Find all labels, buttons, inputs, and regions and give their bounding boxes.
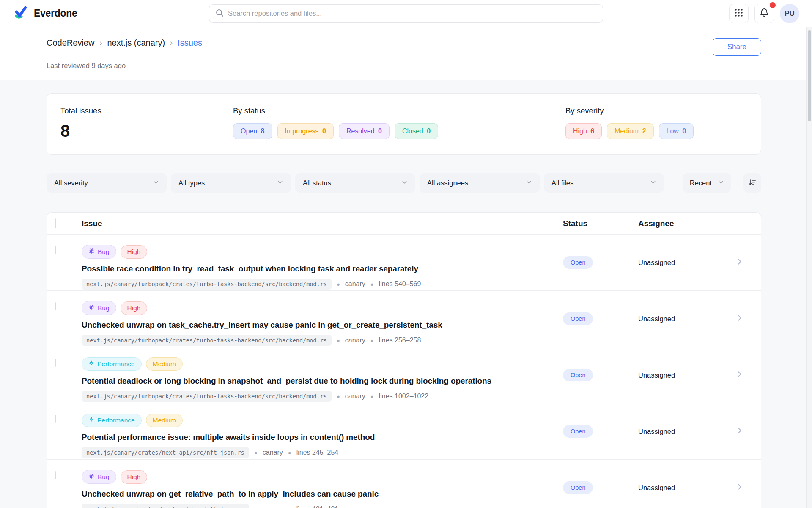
breadcrumb-section: CodeReview › next.js (canary) › Issues S…	[0, 27, 812, 80]
bullet-separator: ●	[370, 393, 374, 400]
chevron-right-icon[interactable]	[736, 370, 743, 380]
bug-icon	[88, 248, 95, 256]
file-path-chip: next.js/canary/turbopack/crates/turbo-ta…	[82, 335, 332, 346]
filter-dropdown-all-assignees[interactable]: All assignees	[420, 173, 540, 193]
issue-title[interactable]: Potential performance issue: multiple aw…	[82, 433, 563, 442]
bug-icon	[88, 304, 95, 312]
grid-icon	[735, 8, 743, 18]
issue-type-badge: Bug	[82, 301, 116, 315]
count-low-badge: Low:0	[659, 123, 694, 139]
issue-severity-badge: Medium	[146, 414, 183, 427]
bolt-icon	[88, 417, 94, 424]
status-badge: Open	[563, 256, 593, 269]
top-header: Everdone	[0, 0, 812, 27]
bullet-separator: ●	[254, 450, 258, 456]
filter-label: All files	[551, 179, 573, 187]
by-status-label: By status	[233, 106, 565, 116]
file-path-chip: next.js/canary/crates/next-api/src/nft_j…	[82, 447, 249, 458]
assignee-text: Unassigned	[638, 371, 675, 379]
filter-dropdown-all-types[interactable]: All types	[171, 173, 291, 193]
branch-name: canary	[345, 337, 365, 344]
issue-type-badge: Bug	[82, 470, 116, 484]
chevron-right-icon[interactable]	[736, 314, 743, 323]
issue-row[interactable]: Performance Medium Potential performance…	[47, 403, 761, 460]
issue-type-label: Bug	[98, 473, 110, 481]
bullet-separator: ●	[288, 506, 291, 508]
issue-title[interactable]: Potential deadlock or long blocking in s…	[82, 376, 563, 386]
issue-row[interactable]: Performance Medium Potential deadlock or…	[47, 347, 761, 403]
issue-row[interactable]: Bug High Possible race condition in try_…	[47, 235, 761, 291]
bullet-separator: ●	[370, 337, 374, 344]
sort-direction-button[interactable]	[743, 173, 761, 193]
brand[interactable]: Everdone	[13, 5, 140, 22]
apps-grid-button[interactable]	[729, 4, 749, 23]
search-input[interactable]	[228, 9, 597, 17]
count-inprogress-badge: In progress:0	[277, 123, 334, 139]
count-resolved-badge: Resolved:0	[339, 123, 390, 139]
notifications-button[interactable]	[754, 4, 774, 23]
file-path-chip: next.js/canary/turbopack/crates/turbo-ta…	[82, 279, 332, 290]
filter-dropdown-all-status[interactable]: All status	[295, 173, 415, 193]
user-avatar[interactable]: PU	[780, 4, 799, 23]
sort-descending-icon	[748, 178, 757, 188]
severity-badges: High:6Medium:2Low:0	[565, 123, 747, 139]
assignee-text: Unassigned	[638, 259, 675, 267]
breadcrumb-repo[interactable]: next.js (canary)	[107, 38, 165, 48]
row-checkbox[interactable]	[55, 415, 56, 423]
filter-bar: All severityAll typesAll statusAll assig…	[47, 173, 761, 193]
share-button[interactable]: Share	[713, 38, 761, 56]
issue-row[interactable]: Bug High Unchecked unwrap on task_cache.…	[47, 291, 761, 347]
chevron-right-icon[interactable]	[736, 483, 743, 492]
sort-order-dropdown[interactable]: Recent	[683, 173, 731, 193]
count-medium-badge: Medium:2	[607, 123, 653, 139]
status-badge: Open	[563, 312, 593, 325]
issue-severity-badge: High	[121, 245, 148, 259]
status-badges: Open:8In progress:0Resolved:0Closed:0	[233, 123, 565, 139]
chevron-right-icon[interactable]	[736, 258, 743, 267]
branch-name: canary	[345, 280, 365, 288]
bullet-separator: ●	[337, 337, 340, 344]
issue-severity-badge: High	[121, 470, 148, 484]
issue-title[interactable]: Unchecked unwrap on task_cache.try_inser…	[82, 320, 563, 330]
bolt-icon	[88, 360, 94, 368]
file-path-chip: next.js/canary/turbopack/crates/turbo-ta…	[82, 391, 332, 402]
filter-dropdown-all-files[interactable]: All files	[544, 173, 664, 193]
branch-name: canary	[263, 505, 283, 508]
issue-type-label: Performance	[97, 360, 135, 368]
filter-dropdown-all-severity[interactable]: All severity	[47, 173, 167, 193]
breadcrumb-issues[interactable]: Issues	[178, 38, 202, 48]
issue-type-badge: Performance	[82, 414, 142, 427]
issue-title[interactable]: Possible race condition in try_read_task…	[82, 264, 563, 273]
status-badge: Open	[563, 425, 593, 438]
row-checkbox[interactable]	[55, 471, 56, 479]
row-checkbox[interactable]	[55, 246, 56, 254]
bullet-separator: ●	[337, 281, 340, 287]
scrollbar-thumb[interactable]	[808, 30, 811, 121]
sort-order-label: Recent	[690, 179, 712, 187]
issue-type-label: Bug	[98, 304, 110, 312]
issue-title[interactable]: Unchecked unwrap on get_relative_path_to…	[82, 489, 563, 499]
chevron-down-icon	[526, 179, 532, 187]
status-badge: Open	[563, 481, 593, 494]
issue-row[interactable]: Bug High Unchecked unwrap on get_relativ…	[47, 460, 761, 508]
chevron-down-icon	[718, 179, 724, 187]
filter-label: All types	[178, 179, 205, 187]
assignee-text: Unassigned	[638, 315, 675, 323]
bell-icon	[759, 8, 769, 19]
chevron-right-icon[interactable]	[736, 427, 743, 436]
issue-type-badge: Performance	[82, 357, 142, 371]
row-checkbox[interactable]	[55, 302, 56, 310]
notification-dot	[770, 2, 776, 8]
breadcrumb-separator: ›	[170, 39, 173, 47]
row-checkbox[interactable]	[55, 359, 56, 367]
search-icon	[215, 8, 224, 19]
vertical-scrollbar[interactable]	[806, 27, 812, 508]
select-all-checkbox[interactable]	[55, 218, 56, 228]
breadcrumb-codereview[interactable]: CodeReview	[47, 38, 94, 48]
chevron-down-icon	[153, 179, 159, 187]
issue-type-badge: Bug	[82, 245, 116, 259]
global-search[interactable]	[209, 4, 603, 23]
count-high-badge: High:6	[565, 123, 602, 139]
issue-column-header: Issue	[82, 219, 563, 228]
summary-card: Total issues 8 By status Open:8In progre…	[47, 93, 761, 155]
